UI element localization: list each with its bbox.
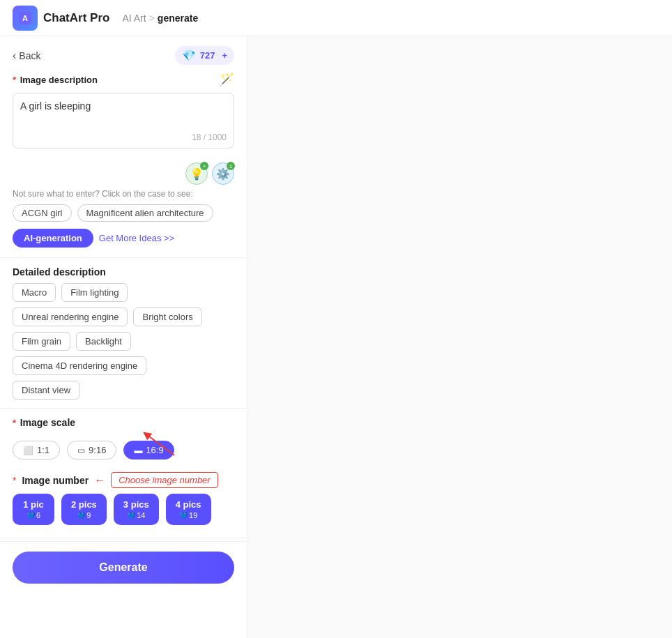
scale-landscape-icon: ▬ bbox=[134, 446, 142, 455]
image-description-title: Image description bbox=[20, 75, 98, 85]
scale-1-1-label: 1:1 bbox=[37, 445, 49, 455]
diamond-icon: 💎 bbox=[182, 49, 196, 62]
scale-9-16-button[interactable]: ▭ 9:16 bbox=[67, 441, 116, 459]
tag-unreal-rendering[interactable]: Unreal rendering engine bbox=[13, 307, 128, 326]
magic-wand-icon[interactable]: 🪄 bbox=[219, 72, 234, 87]
ai-settings-badge: 1 bbox=[227, 162, 235, 170]
action-chips-row: AI-generation Get More Ideas >> bbox=[0, 229, 247, 255]
desc-tags-row-5: Distant view bbox=[0, 381, 247, 405]
pic-2-button[interactable]: 2 pics 💙9 bbox=[61, 494, 107, 525]
panel-top-bar: ‹ Back 💎 727 + bbox=[0, 36, 247, 72]
back-label: Back bbox=[19, 50, 40, 61]
number-asterisk: * bbox=[13, 475, 16, 486]
left-panel: ‹ Back 💎 727 + * Image description 🪄 A g… bbox=[0, 36, 247, 638]
breadcrumb-separator: > bbox=[149, 13, 155, 24]
cost-heart-icon-2: 💙 bbox=[77, 512, 85, 519]
desc-tags-row-2: Unreal rendering engine Bright colors bbox=[0, 307, 247, 332]
required-asterisk: * bbox=[13, 75, 16, 85]
logo-area: A ChatArt Pro bbox=[13, 6, 109, 31]
divider-1 bbox=[0, 257, 247, 258]
breadcrumb: AI Art > generate bbox=[122, 13, 198, 24]
back-chevron-icon: ‹ bbox=[13, 50, 16, 62]
image-description-label-row: * Image description 🪄 bbox=[13, 72, 234, 87]
scale-16-9-button[interactable]: ▬ 16:9 bbox=[123, 441, 174, 459]
app-header: A ChatArt Pro AI Art > generate bbox=[0, 0, 672, 36]
tag-backlight[interactable]: Backlight bbox=[76, 332, 131, 351]
pic-1-cost: 💙6 bbox=[26, 511, 40, 519]
svg-text:A: A bbox=[22, 14, 28, 22]
pic-4-label: 4 pics bbox=[176, 499, 201, 510]
scale-9-16-label: 9:16 bbox=[89, 445, 106, 455]
scale-16-9-label: 16:9 bbox=[146, 445, 163, 455]
ai-settings-button[interactable]: ⚙️ 1 bbox=[212, 162, 234, 185]
scale-options-row: ⬜ 1:1 ▭ 9:16 ▬ 16:9 bbox=[0, 436, 247, 469]
divider-3 bbox=[0, 538, 247, 538]
arrow-left-icon: ← bbox=[94, 474, 105, 487]
pic-4-cost: 💙19 bbox=[179, 511, 197, 519]
tag-bright-colors[interactable]: Bright colors bbox=[133, 307, 201, 326]
char-count: 18 / 1000 bbox=[192, 132, 227, 142]
back-button[interactable]: ‹ Back bbox=[13, 50, 40, 62]
image-description-input[interactable]: A girl is sleeping 18 / 1000 bbox=[13, 93, 234, 149]
tag-film-grain[interactable]: Film grain bbox=[13, 332, 70, 351]
detailed-description-title: Detailed description bbox=[0, 261, 247, 283]
pic-3-label: 3 pics bbox=[123, 499, 149, 510]
scale-asterisk: * bbox=[13, 418, 16, 428]
cost-heart-icon: 💙 bbox=[26, 512, 35, 519]
app-logo-icon: A bbox=[13, 6, 38, 31]
pic-1-button[interactable]: 1 pic 💙6 bbox=[13, 494, 54, 525]
chips-row: ACGN girl Magnificent alien architecture bbox=[0, 204, 247, 229]
pic-3-button[interactable]: 3 pics 💙14 bbox=[114, 494, 159, 525]
scale-square-icon: ⬜ bbox=[23, 446, 33, 455]
scale-portrait-icon: ▭ bbox=[77, 446, 85, 455]
generate-button[interactable]: Generate bbox=[13, 552, 234, 584]
breadcrumb-parent: AI Art bbox=[122, 13, 146, 24]
choose-image-hint: Choose image number bbox=[111, 472, 218, 488]
ai-icons-row: 💡 + ⚙️ 1 bbox=[0, 158, 247, 188]
tag-cinema-4d[interactable]: Cinema 4D rendering engine bbox=[13, 356, 146, 375]
pic-4-button[interactable]: 4 pics 💙19 bbox=[166, 494, 211, 525]
pic-3-cost: 💙14 bbox=[127, 511, 145, 519]
ai-lightbulb-button[interactable]: 💡 + bbox=[185, 162, 208, 185]
pic-2-label: 2 pics bbox=[71, 499, 97, 510]
chip-alien-architecture[interactable]: Magnificent alien architecture bbox=[77, 204, 213, 222]
desc-tags-row-1: Macro Film lighting bbox=[0, 283, 247, 307]
desc-tags-row-3: Film grain Backlight bbox=[0, 332, 247, 356]
tag-distant-view[interactable]: Distant view bbox=[13, 381, 79, 400]
pic-1-label: 1 pic bbox=[23, 499, 44, 510]
generate-section: Generate bbox=[0, 541, 247, 593]
pic-2-cost: 💙9 bbox=[77, 511, 91, 519]
desc-tags-row-4: Cinema 4D rendering engine bbox=[0, 356, 247, 381]
image-number-header: * Image number ← Choose image number bbox=[0, 469, 247, 494]
image-description-section: * Image description 🪄 A girl is sleeping… bbox=[0, 72, 247, 158]
image-description-text: A girl is sleeping bbox=[20, 100, 227, 112]
divider-2 bbox=[0, 408, 247, 409]
chip-acgn-girl[interactable]: ACGN girl bbox=[13, 204, 72, 222]
diamond-count: 727 bbox=[200, 50, 215, 61]
cost-heart-icon-4: 💙 bbox=[179, 512, 188, 519]
image-number-options-row: 1 pic 💙6 2 pics 💙9 3 pics 💙14 4 pics 💙19 bbox=[0, 494, 247, 535]
tag-film-lighting[interactable]: Film lighting bbox=[61, 283, 128, 302]
add-credits-button[interactable]: + bbox=[222, 50, 227, 61]
ai-badge-dot: + bbox=[200, 162, 208, 170]
ai-generation-button[interactable]: AI-generation bbox=[13, 229, 93, 248]
get-more-ideas-link[interactable]: Get More Ideas >> bbox=[99, 233, 174, 243]
breadcrumb-current: generate bbox=[158, 13, 198, 24]
tag-macro[interactable]: Macro bbox=[13, 283, 56, 302]
image-scale-label-row: * Image scale bbox=[0, 411, 247, 431]
image-scale-title: Image scale bbox=[20, 417, 75, 428]
main-layout: ‹ Back 💎 727 + * Image description 🪄 A g… bbox=[0, 36, 672, 638]
diamond-badge: 💎 727 + bbox=[175, 46, 234, 65]
case-hint-text: Not sure what to enter? Click on the cas… bbox=[0, 188, 247, 204]
app-logo-text: ChatArt Pro bbox=[43, 11, 109, 25]
scale-1-1-button[interactable]: ⬜ 1:1 bbox=[13, 441, 60, 459]
image-number-title: Image number bbox=[22, 475, 89, 486]
cost-heart-icon-3: 💙 bbox=[127, 512, 135, 519]
right-panel bbox=[247, 36, 672, 638]
